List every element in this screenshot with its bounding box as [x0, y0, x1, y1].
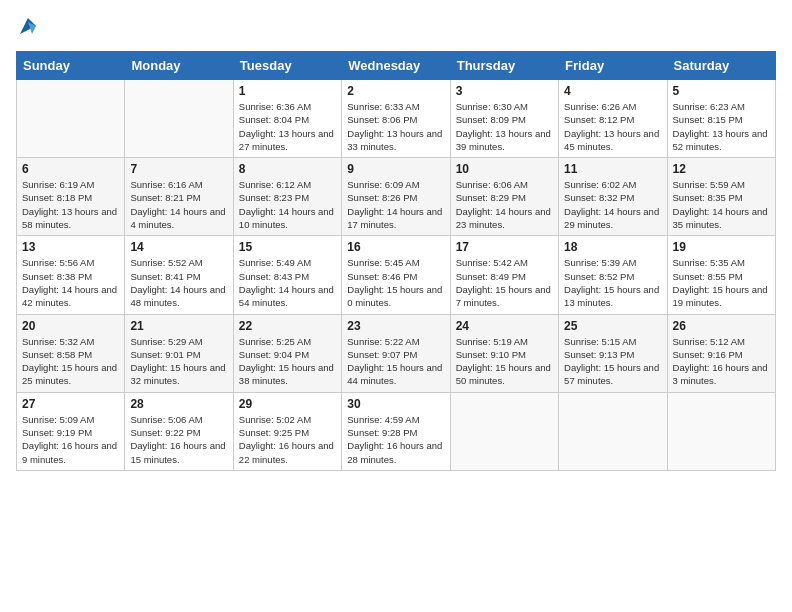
day-number: 13	[22, 240, 119, 254]
calendar-day-cell: 16Sunrise: 5:45 AM Sunset: 8:46 PM Dayli…	[342, 236, 450, 314]
day-number: 27	[22, 397, 119, 411]
day-number: 19	[673, 240, 770, 254]
calendar-day-cell: 25Sunrise: 5:15 AM Sunset: 9:13 PM Dayli…	[559, 314, 667, 392]
logo	[16, 16, 38, 41]
calendar-day-cell	[125, 80, 233, 158]
calendar-day-cell: 18Sunrise: 5:39 AM Sunset: 8:52 PM Dayli…	[559, 236, 667, 314]
calendar-day-cell: 9Sunrise: 6:09 AM Sunset: 8:26 PM Daylig…	[342, 158, 450, 236]
day-info: Sunrise: 5:29 AM Sunset: 9:01 PM Dayligh…	[130, 335, 227, 388]
day-number: 18	[564, 240, 661, 254]
calendar-day-header: Tuesday	[233, 52, 341, 80]
calendar-day-header: Wednesday	[342, 52, 450, 80]
day-info: Sunrise: 5:39 AM Sunset: 8:52 PM Dayligh…	[564, 256, 661, 309]
calendar-week-row: 20Sunrise: 5:32 AM Sunset: 8:58 PM Dayli…	[17, 314, 776, 392]
day-info: Sunrise: 5:52 AM Sunset: 8:41 PM Dayligh…	[130, 256, 227, 309]
calendar-day-cell: 15Sunrise: 5:49 AM Sunset: 8:43 PM Dayli…	[233, 236, 341, 314]
calendar-day-cell	[450, 392, 558, 470]
day-info: Sunrise: 4:59 AM Sunset: 9:28 PM Dayligh…	[347, 413, 444, 466]
day-info: Sunrise: 5:45 AM Sunset: 8:46 PM Dayligh…	[347, 256, 444, 309]
calendar-day-cell: 11Sunrise: 6:02 AM Sunset: 8:32 PM Dayli…	[559, 158, 667, 236]
logo-text	[16, 16, 38, 41]
calendar-day-cell: 2Sunrise: 6:33 AM Sunset: 8:06 PM Daylig…	[342, 80, 450, 158]
day-info: Sunrise: 5:35 AM Sunset: 8:55 PM Dayligh…	[673, 256, 770, 309]
calendar-day-cell	[559, 392, 667, 470]
day-info: Sunrise: 5:15 AM Sunset: 9:13 PM Dayligh…	[564, 335, 661, 388]
calendar-day-cell: 14Sunrise: 5:52 AM Sunset: 8:41 PM Dayli…	[125, 236, 233, 314]
day-number: 23	[347, 319, 444, 333]
day-number: 1	[239, 84, 336, 98]
calendar-day-header: Thursday	[450, 52, 558, 80]
calendar-day-cell: 1Sunrise: 6:36 AM Sunset: 8:04 PM Daylig…	[233, 80, 341, 158]
day-info: Sunrise: 6:30 AM Sunset: 8:09 PM Dayligh…	[456, 100, 553, 153]
day-number: 2	[347, 84, 444, 98]
calendar-day-cell	[667, 392, 775, 470]
day-info: Sunrise: 6:26 AM Sunset: 8:12 PM Dayligh…	[564, 100, 661, 153]
day-info: Sunrise: 5:19 AM Sunset: 9:10 PM Dayligh…	[456, 335, 553, 388]
calendar-day-cell: 26Sunrise: 5:12 AM Sunset: 9:16 PM Dayli…	[667, 314, 775, 392]
day-number: 12	[673, 162, 770, 176]
day-number: 16	[347, 240, 444, 254]
day-number: 25	[564, 319, 661, 333]
day-info: Sunrise: 6:33 AM Sunset: 8:06 PM Dayligh…	[347, 100, 444, 153]
day-number: 21	[130, 319, 227, 333]
calendar-header-row: SundayMondayTuesdayWednesdayThursdayFrid…	[17, 52, 776, 80]
day-number: 15	[239, 240, 336, 254]
day-info: Sunrise: 6:09 AM Sunset: 8:26 PM Dayligh…	[347, 178, 444, 231]
day-number: 11	[564, 162, 661, 176]
day-number: 4	[564, 84, 661, 98]
day-number: 26	[673, 319, 770, 333]
calendar-day-cell: 12Sunrise: 5:59 AM Sunset: 8:35 PM Dayli…	[667, 158, 775, 236]
calendar-day-header: Sunday	[17, 52, 125, 80]
day-info: Sunrise: 6:36 AM Sunset: 8:04 PM Dayligh…	[239, 100, 336, 153]
calendar-week-row: 1Sunrise: 6:36 AM Sunset: 8:04 PM Daylig…	[17, 80, 776, 158]
day-info: Sunrise: 5:12 AM Sunset: 9:16 PM Dayligh…	[673, 335, 770, 388]
day-number: 5	[673, 84, 770, 98]
calendar-day-cell: 20Sunrise: 5:32 AM Sunset: 8:58 PM Dayli…	[17, 314, 125, 392]
day-number: 8	[239, 162, 336, 176]
calendar-day-cell: 19Sunrise: 5:35 AM Sunset: 8:55 PM Dayli…	[667, 236, 775, 314]
calendar-day-header: Monday	[125, 52, 233, 80]
calendar-day-cell: 6Sunrise: 6:19 AM Sunset: 8:18 PM Daylig…	[17, 158, 125, 236]
day-number: 9	[347, 162, 444, 176]
day-info: Sunrise: 5:49 AM Sunset: 8:43 PM Dayligh…	[239, 256, 336, 309]
day-number: 22	[239, 319, 336, 333]
day-number: 10	[456, 162, 553, 176]
calendar-day-cell: 29Sunrise: 5:02 AM Sunset: 9:25 PM Dayli…	[233, 392, 341, 470]
day-number: 28	[130, 397, 227, 411]
day-info: Sunrise: 5:56 AM Sunset: 8:38 PM Dayligh…	[22, 256, 119, 309]
day-info: Sunrise: 6:02 AM Sunset: 8:32 PM Dayligh…	[564, 178, 661, 231]
calendar-day-cell: 22Sunrise: 5:25 AM Sunset: 9:04 PM Dayli…	[233, 314, 341, 392]
day-number: 24	[456, 319, 553, 333]
calendar-day-header: Saturday	[667, 52, 775, 80]
calendar-day-cell: 21Sunrise: 5:29 AM Sunset: 9:01 PM Dayli…	[125, 314, 233, 392]
calendar-day-cell: 23Sunrise: 5:22 AM Sunset: 9:07 PM Dayli…	[342, 314, 450, 392]
day-info: Sunrise: 5:59 AM Sunset: 8:35 PM Dayligh…	[673, 178, 770, 231]
calendar-day-cell: 5Sunrise: 6:23 AM Sunset: 8:15 PM Daylig…	[667, 80, 775, 158]
day-number: 14	[130, 240, 227, 254]
day-number: 3	[456, 84, 553, 98]
calendar-day-cell: 8Sunrise: 6:12 AM Sunset: 8:23 PM Daylig…	[233, 158, 341, 236]
calendar-day-cell: 13Sunrise: 5:56 AM Sunset: 8:38 PM Dayli…	[17, 236, 125, 314]
calendar-day-cell: 17Sunrise: 5:42 AM Sunset: 8:49 PM Dayli…	[450, 236, 558, 314]
calendar-day-cell: 28Sunrise: 5:06 AM Sunset: 9:22 PM Dayli…	[125, 392, 233, 470]
day-number: 30	[347, 397, 444, 411]
day-number: 6	[22, 162, 119, 176]
calendar-day-cell: 3Sunrise: 6:30 AM Sunset: 8:09 PM Daylig…	[450, 80, 558, 158]
calendar-table: SundayMondayTuesdayWednesdayThursdayFrid…	[16, 51, 776, 471]
calendar-day-cell: 4Sunrise: 6:26 AM Sunset: 8:12 PM Daylig…	[559, 80, 667, 158]
logo-icon	[18, 16, 38, 36]
calendar-day-cell: 27Sunrise: 5:09 AM Sunset: 9:19 PM Dayli…	[17, 392, 125, 470]
day-number: 20	[22, 319, 119, 333]
day-info: Sunrise: 5:25 AM Sunset: 9:04 PM Dayligh…	[239, 335, 336, 388]
day-number: 7	[130, 162, 227, 176]
calendar-week-row: 27Sunrise: 5:09 AM Sunset: 9:19 PM Dayli…	[17, 392, 776, 470]
day-info: Sunrise: 6:23 AM Sunset: 8:15 PM Dayligh…	[673, 100, 770, 153]
calendar-week-row: 13Sunrise: 5:56 AM Sunset: 8:38 PM Dayli…	[17, 236, 776, 314]
day-info: Sunrise: 5:32 AM Sunset: 8:58 PM Dayligh…	[22, 335, 119, 388]
day-info: Sunrise: 5:22 AM Sunset: 9:07 PM Dayligh…	[347, 335, 444, 388]
page-header	[16, 16, 776, 41]
day-info: Sunrise: 5:06 AM Sunset: 9:22 PM Dayligh…	[130, 413, 227, 466]
day-info: Sunrise: 6:12 AM Sunset: 8:23 PM Dayligh…	[239, 178, 336, 231]
calendar-day-cell: 30Sunrise: 4:59 AM Sunset: 9:28 PM Dayli…	[342, 392, 450, 470]
day-info: Sunrise: 5:02 AM Sunset: 9:25 PM Dayligh…	[239, 413, 336, 466]
